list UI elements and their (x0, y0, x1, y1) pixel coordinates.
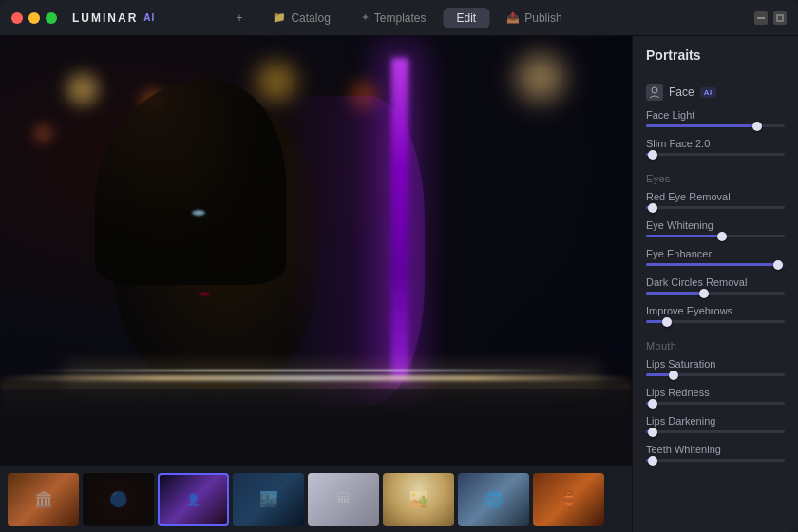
thumbnail-7[interactable]: 🌐 (458, 473, 529, 526)
red-eye-thumb[interactable] (648, 203, 657, 213)
window-btn-2[interactable] (773, 11, 787, 25)
lips-saturation-label: Lips Saturation (646, 358, 785, 370)
window-btn-1[interactable] (754, 11, 768, 25)
lips-darkening-label: Lips Darkening (646, 415, 785, 427)
close-button[interactable] (11, 12, 23, 24)
teeth-whitening-thumb[interactable] (648, 456, 657, 466)
eye-whitening-label: Eye Whitening (646, 219, 785, 231)
titlebar: LUMINAR AI + 📁 Catalog ✦ Templates Edit … (0, 0, 798, 36)
publish-icon: 📤 (506, 11, 520, 24)
red-eye-track[interactable] (646, 206, 785, 209)
eyebrows-track[interactable] (646, 320, 785, 323)
light-streak-2 (31, 370, 568, 371)
red-eye-label: Red Eye Removal (646, 191, 785, 202)
dark-circles-thumb[interactable] (699, 289, 709, 298)
templates-icon: ✦ (361, 11, 370, 24)
lips-redness-label: Lips Redness (646, 387, 785, 398)
thumbnail-2[interactable]: 🔵 (83, 473, 154, 526)
thumbnail-6[interactable]: 🏜️ (383, 473, 454, 526)
eyebrows-slider-row: Improve Eyebrows (633, 302, 798, 331)
mouth-group-label: Mouth (633, 331, 798, 355)
svg-point-2 (652, 87, 657, 93)
main-layout: 🏛️ 🔵 👤 🏙️ 🏛 🏜️ 🌐 🏺 (0, 36, 798, 532)
eye-enhancer-fill (646, 263, 778, 266)
hair (95, 79, 286, 285)
lips-redness-track[interactable] (646, 402, 785, 405)
lips-darkening-track[interactable] (646, 430, 785, 433)
minimize-button[interactable] (28, 12, 40, 24)
eyebrows-thumb[interactable] (662, 317, 672, 327)
slim-face-thumb[interactable] (648, 150, 657, 160)
teeth-whitening-track[interactable] (646, 459, 785, 462)
thumb-detail-8: 🏺 (533, 473, 604, 526)
panel-title: Portraits (633, 48, 798, 72)
thumb-detail-6: 🏜️ (383, 473, 454, 526)
teeth-whitening-slider-row: Teeth Whitening (633, 441, 798, 469)
eye-whitening-thumb[interactable] (717, 232, 727, 241)
foreground-overlay (0, 389, 632, 466)
dark-circles-track[interactable] (646, 292, 785, 294)
face-light-slider-row: Face Light (633, 106, 798, 135)
nav-add[interactable]: + (222, 8, 256, 28)
bokeh-5 (512, 49, 569, 106)
nav-bar: + 📁 Catalog ✦ Templates Edit 📤 Publish (222, 8, 575, 28)
ai-badge: AI (143, 12, 155, 23)
thumbnail-3[interactable]: 👤 (158, 473, 229, 526)
nav-publish[interactable]: 📤 Publish (493, 8, 575, 28)
svg-rect-0 (757, 17, 765, 19)
face-section-icon (646, 84, 663, 101)
teeth-whitening-label: Teeth Whitening (646, 444, 785, 455)
thumb-detail-7: 🌐 (458, 473, 529, 526)
thumbnail-5[interactable]: 🏛 (308, 473, 379, 526)
dark-circles-label: Dark Circles Removal (646, 276, 785, 288)
traffic-lights (11, 12, 57, 24)
face-light-fill (646, 124, 757, 127)
eye-whitening-slider-row: Eye Whitening (633, 217, 798, 245)
eye-detail (192, 210, 205, 216)
eye-enhancer-label: Eye Enhancer (646, 248, 785, 259)
add-icon: + (236, 11, 242, 25)
nav-templates[interactable]: ✦ Templates (348, 8, 440, 28)
lips-darkening-slider-row: Lips Darkening (633, 412, 798, 441)
photo-scene (0, 36, 632, 466)
lips-redness-slider-row: Lips Redness (633, 384, 798, 412)
nav-edit[interactable]: Edit (444, 8, 490, 28)
lips-saturation-thumb[interactable] (669, 370, 678, 380)
photo-area: 🏛️ 🔵 👤 🏙️ 🏛 🏜️ 🌐 🏺 (0, 36, 632, 532)
templates-label: Templates (374, 11, 427, 25)
eye-whitening-fill (646, 235, 722, 238)
eye-whitening-track[interactable] (646, 235, 785, 238)
thumb-detail-2: 🔵 (83, 473, 154, 526)
thumb-detail-1: 🏛️ (8, 473, 79, 526)
face-light-track[interactable] (646, 124, 785, 127)
app-name: LUMINAR (72, 11, 138, 25)
lips-saturation-track[interactable] (646, 373, 785, 376)
thumb-detail-3: 👤 (160, 475, 227, 524)
edit-label: Edit (457, 11, 477, 25)
nav-catalog[interactable]: 📁 Catalog (259, 8, 343, 28)
eye-enhancer-thumb[interactable] (773, 260, 783, 270)
purple-light-bar (391, 58, 408, 380)
lips-darkening-thumb[interactable] (648, 428, 657, 437)
dark-circles-fill (646, 292, 704, 294)
thumbnail-4[interactable]: 🏙️ (233, 473, 304, 526)
lips-redness-thumb[interactable] (648, 399, 657, 408)
eye-enhancer-track[interactable] (646, 263, 785, 266)
thumbnail-1[interactable]: 🏛️ (8, 473, 79, 526)
thumb-detail-4: 🏙️ (233, 473, 304, 526)
slim-face-track[interactable] (646, 153, 785, 156)
eyes-group-label: Eyes (633, 163, 798, 188)
thumbnail-8[interactable]: 🏺 (533, 473, 604, 526)
maximize-button[interactable] (46, 12, 57, 24)
ai-label-badge: AI (700, 87, 716, 98)
catalog-label: Catalog (291, 11, 330, 25)
thumb-detail-5: 🏛 (308, 473, 379, 526)
thumbnail-strip: 🏛️ 🔵 👤 🏙️ 🏛 🏜️ 🌐 🏺 (0, 466, 632, 532)
face-section-header[interactable]: Face AI (633, 76, 798, 106)
photo-canvas[interactable] (0, 36, 632, 466)
dark-circles-slider-row: Dark Circles Removal (633, 274, 798, 302)
face-light-thumb[interactable] (752, 122, 762, 131)
right-panel: Portraits Face AI Face Light Slim Face 2… (632, 36, 798, 532)
window-controls (754, 11, 787, 25)
eyebrows-label: Improve Eyebrows (646, 305, 785, 316)
